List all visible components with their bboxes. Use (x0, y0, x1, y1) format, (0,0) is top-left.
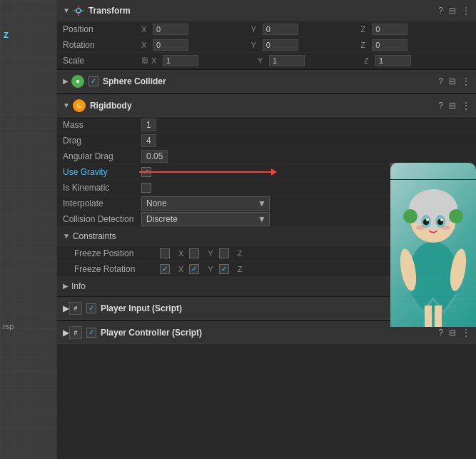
interpolate-label: Interpolate (63, 198, 141, 208)
position-x-value[interactable]: 0 (153, 24, 188, 35)
freeze-rotation-x-checkbox[interactable] (160, 264, 170, 274)
scale-xyz-group: ⛓ X 1 Y 1 Z 1 (141, 55, 470, 66)
freeze-position-z-checkbox[interactable] (219, 248, 229, 258)
player-controller-enable-checkbox[interactable] (86, 328, 96, 338)
player-input-collapse-arrow: ▶ (63, 303, 69, 313)
freeze-position-x-checkbox[interactable] (160, 248, 170, 258)
freeze-position-y-label: Y (208, 249, 213, 258)
sphere-collider-actions: ? ⊟ ⋮ (438, 76, 470, 86)
freeze-rotation-row: Freeze Rotation X Y Z (57, 261, 476, 277)
rigidbody-header[interactable]: ▼ ⊙ Rigidbody ? ⊟ ⋮ (57, 93, 476, 117)
position-y-value[interactable]: 0 (263, 24, 298, 35)
scale-x-label: X (151, 56, 161, 65)
transform-collapse-arrow: ▼ (63, 6, 70, 14)
rotation-y-field: Y 0 (251, 39, 361, 51)
is-kinematic-row: Is Kinematic (57, 180, 476, 196)
scale-z-field: Z 1 (364, 55, 470, 66)
is-kinematic-checkbox[interactable] (141, 183, 151, 193)
scale-y-label: Y (258, 56, 268, 65)
transform-kebab-icon[interactable]: ⋮ (462, 6, 470, 16)
rigidbody-kebab-icon[interactable]: ⋮ (462, 101, 470, 111)
info-header[interactable]: ▶ Info (57, 277, 476, 296)
angular-drag-row: Angular Drag 0.05 (57, 148, 476, 164)
sphere-collider-help-icon[interactable]: ? (438, 76, 443, 86)
rotation-z-field: Z 0 (360, 39, 470, 51)
position-label: Position (63, 24, 141, 34)
mass-row: Mass 1 (57, 117, 476, 133)
rotation-xyz-group: X 0 Y 0 Z 0 (141, 39, 470, 51)
player-input-title: Player Input (Script) (101, 303, 438, 313)
player-input-sliders-icon[interactable]: ⊟ (449, 303, 456, 313)
freeze-position-y-checkbox[interactable] (189, 248, 199, 258)
transform-header[interactable]: ▼ Transform ? ⊟ ⋮ (57, 0, 476, 21)
info-collapse-arrow: ▶ (63, 282, 69, 290)
inspector-panel: ▼ Transform ? ⊟ ⋮ Position X 0 (57, 0, 476, 459)
sphere-collider-title: Sphere Collider (103, 76, 438, 86)
player-controller-icon: # (69, 326, 82, 339)
rigidbody-sliders-icon[interactable]: ⊟ (449, 101, 456, 111)
player-controller-sliders-icon[interactable]: ⊟ (449, 328, 456, 338)
collision-detection-value: Discrete (146, 214, 178, 224)
freeze-position-checks: X Y Z (160, 248, 242, 258)
red-arrow-head (271, 168, 277, 176)
collision-detection-label: Collision Detection (63, 214, 141, 224)
collision-detection-row: Collision Detection Discrete ▼ (57, 211, 476, 227)
player-controller-collapse-arrow: ▶ (63, 328, 69, 338)
scale-y-value[interactable]: 1 (269, 55, 305, 66)
player-controller-help-icon[interactable]: ? (438, 328, 443, 338)
player-input-kebab-icon[interactable]: ⋮ (462, 303, 470, 313)
rigidbody-title: Rigidbody (90, 101, 438, 111)
interpolate-value: None (146, 198, 167, 208)
player-input-header[interactable]: ▶ # Player Input (Script) ? ⊟ ⋮ (57, 296, 476, 320)
position-y-label: Y (251, 25, 261, 34)
transform-sliders-icon[interactable]: ⊟ (449, 6, 456, 16)
is-kinematic-label: Is Kinematic (63, 183, 141, 193)
rigidbody-collapse-arrow: ▼ (63, 101, 70, 109)
interpolate-dropdown[interactable]: None ▼ (141, 196, 270, 211)
freeze-rotation-z-label: Z (238, 265, 243, 273)
scale-z-value[interactable]: 1 (375, 55, 411, 66)
scale-x-field: X 1 (151, 55, 258, 66)
drag-value[interactable]: 4 (141, 134, 156, 147)
sphere-collider-kebab-icon[interactable]: ⋮ (462, 76, 470, 86)
sphere-collider-header[interactable]: ▶ ● Sphere Collider ? (57, 69, 476, 93)
collision-detection-dropdown-arrow: ▼ (258, 214, 266, 224)
interpolate-row: Interpolate None ▼ (57, 196, 476, 211)
freeze-rotation-checks: X Y Z (160, 264, 242, 274)
transform-actions: ? ⊟ ⋮ (438, 6, 470, 16)
freeze-rotation-z-checkbox[interactable] (219, 264, 229, 274)
rotation-z-label: Z (360, 41, 370, 49)
rotation-z-value[interactable]: 0 (372, 39, 407, 51)
player-input-help-icon[interactable]: ? (438, 303, 443, 313)
scale-x-value[interactable]: 1 (163, 55, 198, 66)
mass-value[interactable]: 1 (141, 118, 156, 131)
angular-drag-label: Angular Drag (63, 151, 141, 161)
rigidbody-actions: ? ⊟ ⋮ (438, 101, 470, 111)
sphere-collider-sliders-icon[interactable]: ⊟ (449, 76, 456, 86)
position-row: Position X 0 Y 0 Z 0 (57, 21, 476, 37)
sphere-collider-enable-checkbox[interactable] (88, 76, 98, 86)
freeze-rotation-y-checkbox[interactable] (189, 264, 199, 274)
constraints-header[interactable]: ▼ Constraints (57, 227, 476, 246)
transform-help-icon[interactable]: ? (438, 6, 443, 16)
player-controller-header[interactable]: ▶ # Player Controller (Script) ? ⊟ ⋮ (57, 320, 476, 344)
player-input-enable-checkbox[interactable] (86, 303, 96, 313)
drag-label: Drag (63, 136, 141, 146)
rigidbody-help-icon[interactable]: ? (438, 101, 443, 111)
use-gravity-label: Use Gravity (63, 167, 141, 177)
rotation-y-value[interactable]: 0 (263, 39, 298, 51)
rotation-x-value[interactable]: 0 (153, 39, 188, 51)
position-z-field: Z 0 (360, 24, 470, 35)
collision-detection-dropdown[interactable]: Discrete ▼ (141, 212, 270, 226)
uniform-scale-icon: ⛓ (141, 56, 148, 64)
transform-icon (73, 5, 84, 16)
scale-label: Scale (63, 56, 141, 66)
player-controller-kebab-icon[interactable]: ⋮ (462, 328, 470, 338)
freeze-rotation-x-label: X (178, 265, 183, 273)
angular-drag-value[interactable]: 0.05 (141, 150, 168, 163)
position-z-value[interactable]: 0 (372, 24, 407, 35)
info-title: Info (71, 281, 86, 291)
scale-row: Scale ⛓ X 1 Y 1 Z 1 (57, 53, 476, 69)
position-xyz-group: X 0 Y 0 Z 0 (141, 24, 470, 35)
position-x-field: X 0 (141, 24, 251, 35)
